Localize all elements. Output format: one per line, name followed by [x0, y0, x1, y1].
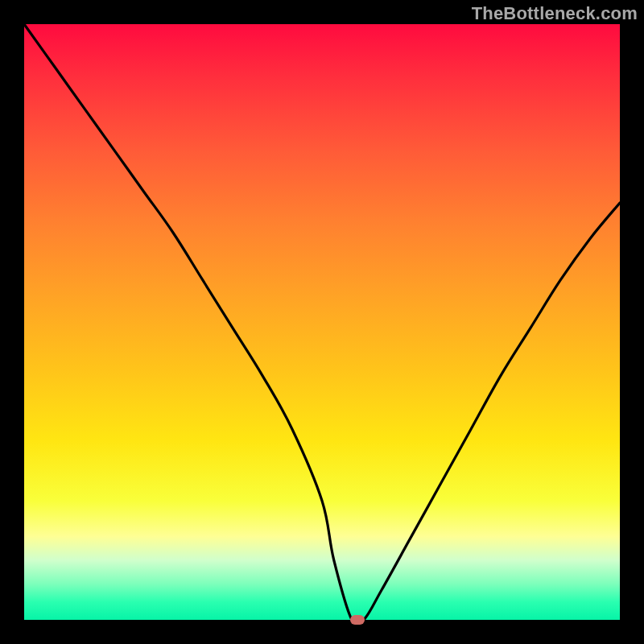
bottleneck-curve [24, 24, 620, 620]
chart-frame: TheBottleneck.com [0, 0, 644, 644]
optimal-point-marker [350, 615, 365, 625]
watermark-text: TheBottleneck.com [472, 3, 638, 24]
